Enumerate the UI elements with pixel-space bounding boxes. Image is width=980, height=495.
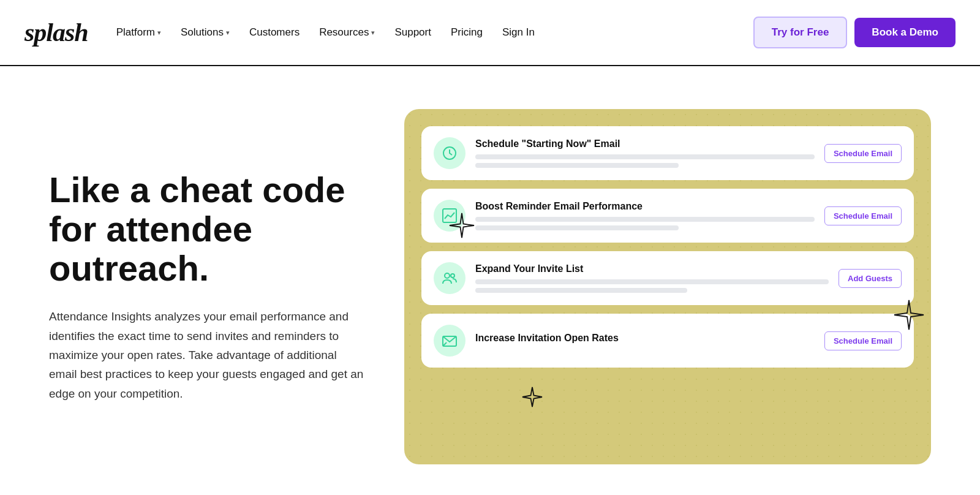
card-lines-3 <box>475 279 829 293</box>
card-title-1: Schedule "Starting Now" Email <box>475 138 815 149</box>
nav-item-solutions[interactable]: Solutions ▾ <box>172 21 238 43</box>
nav-item-signin[interactable]: Sign In <box>494 21 543 43</box>
logo[interactable]: splash <box>24 18 88 47</box>
card-content-2: Boost Reminder Email Performance <box>475 201 815 230</box>
nav-links: Platform ▾ Solutions ▾ Customers Resourc… <box>108 21 753 43</box>
try-for-free-button[interactable]: Try for Free <box>753 17 848 48</box>
nav-item-support[interactable]: Support <box>386 21 440 43</box>
card-line <box>475 154 815 159</box>
nav-actions: Try for Free Book a Demo <box>753 17 956 48</box>
card-line <box>475 288 687 293</box>
card-icon-group <box>434 262 466 294</box>
sparkle-icon <box>893 299 925 335</box>
card-lines-2 <box>475 217 815 230</box>
card-content-3: Expand Your Invite List <box>475 263 829 293</box>
nav-item-pricing[interactable]: Pricing <box>442 21 491 43</box>
card-line <box>475 279 829 284</box>
card-line <box>475 217 815 222</box>
hero-section: Like a cheat code for attendee outreach.… <box>0 66 980 495</box>
card-icon-envelope <box>434 325 466 357</box>
nav-item-platform[interactable]: Platform ▾ <box>108 21 170 43</box>
chevron-down-icon: ▾ <box>157 29 161 37</box>
sparkle-icon <box>448 212 475 243</box>
card-lines-1 <box>475 154 815 168</box>
svg-point-2 <box>445 273 450 278</box>
sparkle-icon <box>522 387 543 410</box>
feature-card-1: Schedule "Starting Now" Email Schedule E… <box>421 126 914 180</box>
feature-card-2: Boost Reminder Email Performance Schedul… <box>421 189 914 243</box>
schedule-email-button-2[interactable]: Schedule Email <box>824 206 902 225</box>
schedule-email-button-1[interactable]: Schedule Email <box>824 144 902 163</box>
card-line <box>475 225 679 230</box>
nav-item-resources[interactable]: Resources ▾ <box>311 21 383 43</box>
hero-left: Like a cheat code for attendee outreach.… <box>49 170 368 403</box>
card-title-2: Boost Reminder Email Performance <box>475 201 815 212</box>
card-title-4: Increase Invitation Open Rates <box>475 333 815 344</box>
hero-title: Like a cheat code for attendee outreach. <box>49 170 368 287</box>
feature-card-3: Expand Your Invite List Add Guests <box>421 251 914 305</box>
card-content-1: Schedule "Starting Now" Email <box>475 138 815 168</box>
add-guests-button[interactable]: Add Guests <box>839 269 902 288</box>
book-demo-button[interactable]: Book a Demo <box>854 18 956 47</box>
chevron-down-icon: ▾ <box>371 29 375 37</box>
feature-panel: Schedule "Starting Now" Email Schedule E… <box>404 109 931 464</box>
svg-point-3 <box>451 274 454 278</box>
nav-item-customers[interactable]: Customers <box>241 21 308 43</box>
card-line <box>475 163 679 168</box>
chevron-down-icon: ▾ <box>226 29 230 37</box>
card-content-4: Increase Invitation Open Rates <box>475 333 815 349</box>
card-icon-clock <box>434 137 466 169</box>
feature-card-4: Increase Invitation Open Rates Schedule … <box>421 314 914 368</box>
card-title-3: Expand Your Invite List <box>475 263 829 274</box>
schedule-email-button-4[interactable]: Schedule Email <box>824 331 902 350</box>
hero-description: Attendance Insights analyzes your email … <box>49 307 368 403</box>
navbar: splash Platform ▾ Solutions ▾ Customers … <box>0 0 980 66</box>
hero-right: Schedule "Starting Now" Email Schedule E… <box>404 109 931 464</box>
